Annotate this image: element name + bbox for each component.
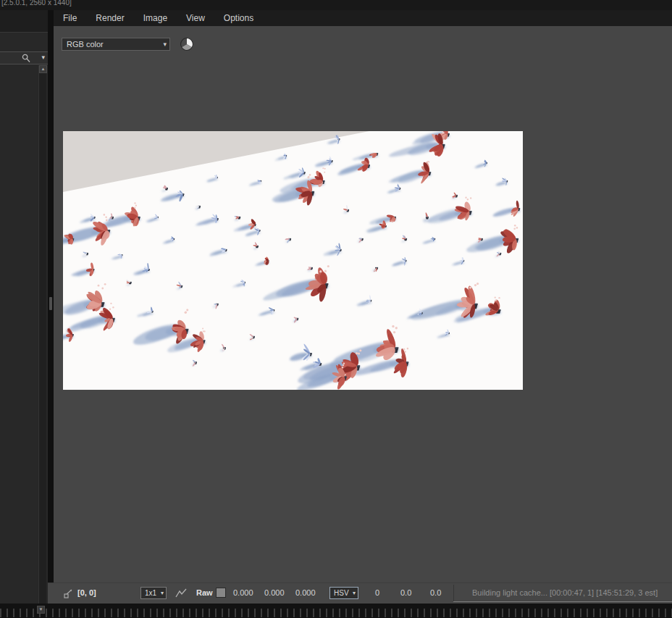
menu-image[interactable]: Image — [134, 10, 177, 26]
history-panel-header — [0, 10, 48, 33]
channel-dropdown-arrow-icon: ▾ — [163, 39, 167, 50]
zoom-dropdown[interactable]: 1x1 ▾ — [140, 587, 167, 599]
raw-value-r: 0.000 — [233, 588, 253, 597]
search-bar[interactable]: ▾ — [0, 51, 48, 64]
menu-view[interactable]: View — [177, 10, 214, 26]
render-image[interactable] — [63, 131, 523, 390]
channel-dropdown-value: RGB color — [67, 39, 104, 50]
hsv-value-v: 0.0 — [430, 588, 441, 597]
raw-value-g: 0.000 — [264, 588, 285, 597]
titlebar-text: [2.5.0.1, 2560 x 1440] — [1, 0, 72, 7]
pixel-coordinates: [0, 0] — [77, 588, 96, 597]
panel-splitter[interactable] — [48, 10, 54, 604]
titlebar: [2.5.0.1, 2560 x 1440] — [0, 0, 672, 10]
menu-file[interactable]: File — [54, 10, 86, 26]
menu-bar: File Render Image View Options — [54, 10, 672, 26]
frame-buffer-window: [2.5.0.1, 2560 x 1440] ▾ ▲ File Render I… — [0, 0, 672, 618]
hsv-value-h: 0 — [375, 588, 379, 597]
color-curve-icon[interactable] — [175, 588, 187, 598]
splitter-grip[interactable] — [49, 297, 52, 310]
raw-label: Raw — [196, 588, 213, 597]
history-panel: ▾ ▲ — [0, 10, 48, 604]
hsv-dropdown-arrow-icon: ▾ — [353, 588, 356, 598]
scroll-down-icon: ▼ — [39, 607, 43, 611]
zoom-dropdown-value: 1x1 — [145, 588, 156, 598]
channel-dropdown[interactable]: RGB color ▾ — [62, 38, 170, 51]
scroll-up-icon: ▲ — [41, 67, 46, 71]
color-wheel-icon[interactable] — [180, 38, 193, 51]
menu-render[interactable]: Render — [86, 10, 133, 26]
pixel-probe-icon[interactable] — [64, 588, 74, 598]
raw-value-b: 0.000 — [295, 588, 316, 597]
panel-scrollbar[interactable]: ▲ — [38, 65, 46, 604]
menu-options[interactable]: Options — [214, 10, 263, 26]
scroll-down-button[interactable]: ▼ — [37, 606, 45, 614]
hsv-dropdown-value: HSV — [334, 588, 349, 598]
search-icon — [22, 54, 30, 63]
zoom-dropdown-arrow-icon: ▾ — [161, 588, 164, 598]
status-bar: [0, 0] 1x1 ▾ Raw 0.000 0.000 0.000 HSV ▾… — [48, 582, 672, 604]
pixel-color-swatch — [216, 588, 226, 598]
scroll-up-button[interactable]: ▲ — [39, 65, 47, 73]
tick-marks — [0, 609, 672, 617]
timeline-strip: ▼ — [0, 604, 672, 618]
status-divider — [453, 585, 454, 601]
hsv-dropdown[interactable]: HSV ▾ — [329, 587, 358, 599]
status-message: Building light cache... [00:00:47, 1] [1… — [472, 588, 658, 597]
progress-line — [453, 601, 672, 602]
search-dropdown-arrow-icon[interactable]: ▾ — [41, 54, 45, 61]
hsv-value-s: 0.0 — [400, 588, 411, 597]
